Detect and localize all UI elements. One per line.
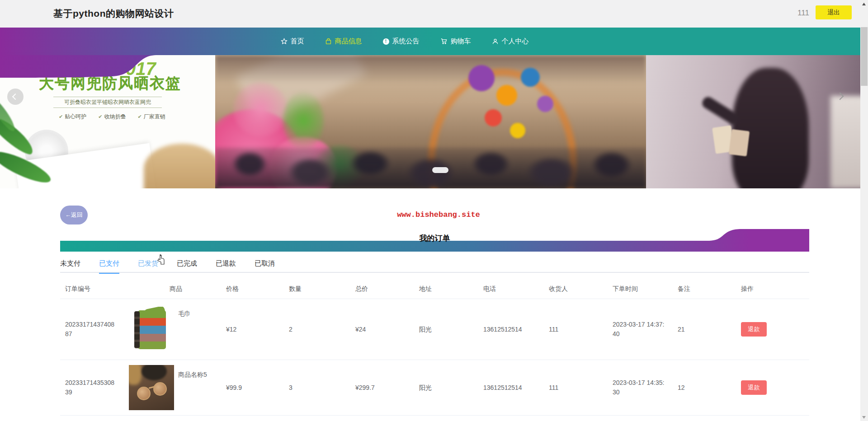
cell-receiver: 111 bbox=[544, 383, 608, 393]
page: 基于python的购物网站设计 111 退出 首页 bbox=[0, 0, 868, 421]
order-no-text: 2023317143740887 bbox=[65, 320, 118, 339]
col-phone: 电话 bbox=[478, 284, 544, 294]
scrollbar-down-arrow[interactable] bbox=[860, 413, 868, 421]
ad-feature-label: 收纳折叠 bbox=[104, 113, 126, 121]
orders-table: 订单编号 商品 价格 数量 总价 地址 电话 收货人 下单时间 备注 操作 20… bbox=[60, 279, 809, 416]
balloon-decoration bbox=[496, 85, 517, 106]
col-order-no: 订单编号 bbox=[60, 284, 124, 294]
carousel-next-button[interactable] bbox=[837, 89, 851, 103]
balloon-decoration bbox=[510, 123, 525, 138]
cell-order-no: 2023317143740887 bbox=[60, 320, 124, 339]
header-bar: 基于python的购物网站设计 111 退出 bbox=[0, 0, 868, 28]
cell-note: 12 bbox=[673, 383, 736, 393]
page-title: 基于python的购物网站设计 bbox=[53, 7, 174, 20]
tab-completed[interactable]: 已完成 bbox=[177, 255, 197, 273]
time-text: 2023-03-17 14:35:30 bbox=[613, 378, 667, 397]
flower-decoration bbox=[233, 82, 288, 136]
nav-item-label: 个人中心 bbox=[502, 37, 529, 46]
cell-actions: 退款 bbox=[736, 322, 809, 337]
cell-address: 阳光 bbox=[414, 383, 478, 393]
col-actions: 操作 bbox=[736, 284, 809, 294]
cell-order-no: 2023317143530839 bbox=[60, 378, 124, 397]
cell-price: ¥99.9 bbox=[221, 383, 284, 393]
tab-shipped[interactable]: 已发货 bbox=[138, 255, 158, 273]
col-total: 总价 bbox=[350, 284, 414, 294]
col-product: 商品 bbox=[124, 284, 221, 294]
nav-menu: 首页 商品信息 ! 系统公告 bbox=[0, 28, 868, 55]
ad-feature-label: 厂家直销 bbox=[144, 113, 165, 121]
cell-time: 2023-03-17 14:37:40 bbox=[608, 320, 673, 339]
bag-icon bbox=[325, 38, 332, 45]
cell-note: 21 bbox=[673, 325, 736, 334]
product-image-sunglasses bbox=[129, 365, 174, 410]
col-time: 下单时间 bbox=[608, 284, 673, 294]
cell-actions: 退款 bbox=[736, 380, 809, 395]
tab-unpaid[interactable]: 未支付 bbox=[60, 255, 80, 273]
scrollbar-thumb[interactable] bbox=[861, 27, 868, 86]
carousel-slide-current bbox=[215, 55, 646, 188]
cell-receiver: 111 bbox=[544, 325, 608, 334]
scrollbar-up-arrow[interactable] bbox=[860, 0, 868, 8]
towel-stack bbox=[138, 310, 166, 349]
product-name: 毛巾 bbox=[178, 309, 191, 318]
nav-item-profile[interactable]: 个人中心 bbox=[492, 37, 529, 46]
cart-icon bbox=[440, 38, 448, 45]
balloon-decoration bbox=[485, 109, 502, 126]
basket-image bbox=[144, 144, 215, 188]
ceiling-shadow bbox=[215, 55, 646, 84]
col-price: 价格 bbox=[221, 284, 284, 294]
balloon-decoration bbox=[537, 96, 553, 112]
tab-refunded[interactable]: 已退款 bbox=[216, 255, 236, 273]
ad-feature-label: 贴心呵护 bbox=[65, 113, 86, 121]
tab-paid[interactable]: 已支付 bbox=[99, 255, 119, 273]
cell-phone: 13612512514 bbox=[478, 325, 544, 334]
chevron-left-icon bbox=[12, 94, 19, 100]
nav-item-announcements[interactable]: ! 系统公告 bbox=[383, 37, 420, 46]
leaf-decoration bbox=[283, 91, 324, 150]
time-text: 2023-03-17 14:37:40 bbox=[613, 320, 667, 339]
table-row: 2023317143530839 商品名称5 ¥99.9 3 ¥299.7 阳光… bbox=[60, 360, 809, 416]
order-status-tabs: 未支付 已支付 已发货 已完成 已退款 已取消 bbox=[60, 255, 809, 273]
watermark-pill bbox=[432, 167, 448, 173]
tab-cancelled[interactable]: 已取消 bbox=[255, 255, 275, 273]
logout-button[interactable]: 退出 bbox=[816, 5, 852, 19]
cell-quantity: 3 bbox=[284, 383, 350, 393]
shopper-figure bbox=[732, 68, 809, 188]
user-icon bbox=[492, 38, 499, 45]
banner-carousel: 017 大号网兜防风晒衣篮 可折叠晾衣篮平铺晾衣网晒衣蓝网兜 ✔ 贴心呵护 ✔ … bbox=[0, 55, 868, 188]
col-receiver: 收货人 bbox=[544, 284, 608, 294]
product-name: 商品名称5 bbox=[178, 370, 207, 379]
sunglasses-lens bbox=[153, 382, 167, 396]
order-no-text: 2023317143530839 bbox=[65, 378, 118, 397]
section-title: 我的订单 bbox=[60, 233, 809, 243]
back-button[interactable]: ←返回 bbox=[60, 206, 88, 225]
sunglasses-lens bbox=[137, 387, 151, 400]
balloon-decoration bbox=[468, 65, 495, 91]
carousel-prev-button[interactable] bbox=[7, 89, 24, 105]
nav-item-label: 购物车 bbox=[451, 37, 471, 46]
check-icon: ✔ bbox=[59, 114, 63, 120]
col-note: 备注 bbox=[673, 284, 736, 294]
cell-total: ¥299.7 bbox=[350, 383, 414, 393]
cell-product: 毛巾 bbox=[124, 299, 221, 360]
shadow-decoration bbox=[142, 365, 167, 380]
refund-button[interactable]: 退款 bbox=[741, 380, 767, 395]
cork-decoration bbox=[129, 365, 142, 385]
nav-item-home[interactable]: 首页 bbox=[281, 37, 304, 46]
crowd-image bbox=[215, 148, 646, 188]
ad-features: ✔ 贴心呵护 ✔ 收纳折叠 ✔ 厂家直销 bbox=[59, 113, 165, 121]
site-link[interactable]: www.bishebang.site bbox=[348, 210, 529, 219]
nav-item-label: 商品信息 bbox=[335, 37, 362, 46]
table-row: 2023317143740887 毛巾 ¥12 2 ¥24 阳光 1361251… bbox=[60, 299, 809, 360]
page-scrollbar bbox=[860, 0, 868, 421]
refund-button[interactable]: 退款 bbox=[741, 322, 767, 337]
nav-item-products[interactable]: 商品信息 bbox=[325, 37, 362, 46]
nav-item-label: 首页 bbox=[291, 37, 304, 46]
col-quantity: 数量 bbox=[284, 284, 350, 294]
mouse-cursor-icon bbox=[156, 254, 166, 265]
ad-feature: ✔ 厂家直销 bbox=[137, 113, 165, 121]
carousel-slide-next bbox=[646, 55, 868, 188]
balloon-decoration bbox=[521, 68, 540, 87]
cell-phone: 13612512514 bbox=[478, 383, 544, 393]
nav-item-cart[interactable]: 购物车 bbox=[440, 37, 471, 46]
